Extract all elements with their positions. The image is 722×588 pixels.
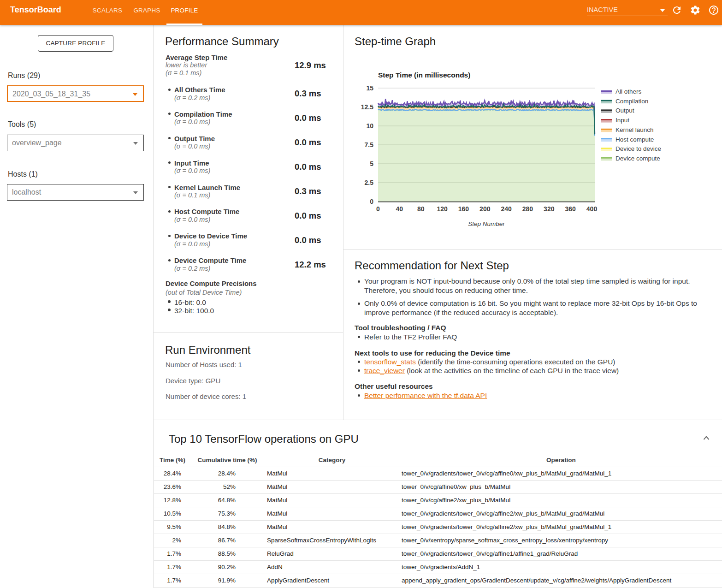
svg-text:240: 240 (501, 205, 512, 213)
svg-text:160: 160 (458, 205, 469, 213)
svg-text:2.5: 2.5 (365, 179, 374, 186)
svg-text:40: 40 (396, 205, 403, 213)
svg-text:200: 200 (479, 205, 491, 213)
svg-text:Input: Input (615, 117, 629, 124)
svg-text:5: 5 (370, 160, 373, 167)
svg-text:320: 320 (544, 205, 555, 213)
svg-text:Kernel launch: Kernel launch (615, 126, 654, 133)
svg-text:80: 80 (417, 205, 425, 213)
svg-text:10: 10 (366, 122, 373, 130)
svg-text:15: 15 (366, 84, 373, 92)
svg-text:Host compute: Host compute (615, 136, 654, 143)
svg-text:120: 120 (437, 205, 448, 213)
svg-text:360: 360 (565, 205, 576, 213)
svg-text:280: 280 (522, 205, 533, 213)
svg-text:All others: All others (615, 88, 642, 95)
svg-text:Output: Output (615, 107, 634, 114)
svg-text:Step Time (in milliseconds): Step Time (in milliseconds) (378, 71, 470, 79)
svg-text:Step Number: Step Number (468, 220, 505, 227)
svg-text:Device compute: Device compute (615, 155, 660, 162)
svg-text:400: 400 (586, 205, 598, 213)
svg-text:Compilation: Compilation (615, 98, 648, 105)
svg-text:0: 0 (376, 205, 380, 213)
svg-text:Device to device: Device to device (615, 145, 661, 152)
svg-text:0: 0 (370, 198, 373, 205)
svg-text:12.5: 12.5 (361, 103, 373, 111)
svg-text:7.5: 7.5 (365, 141, 374, 148)
